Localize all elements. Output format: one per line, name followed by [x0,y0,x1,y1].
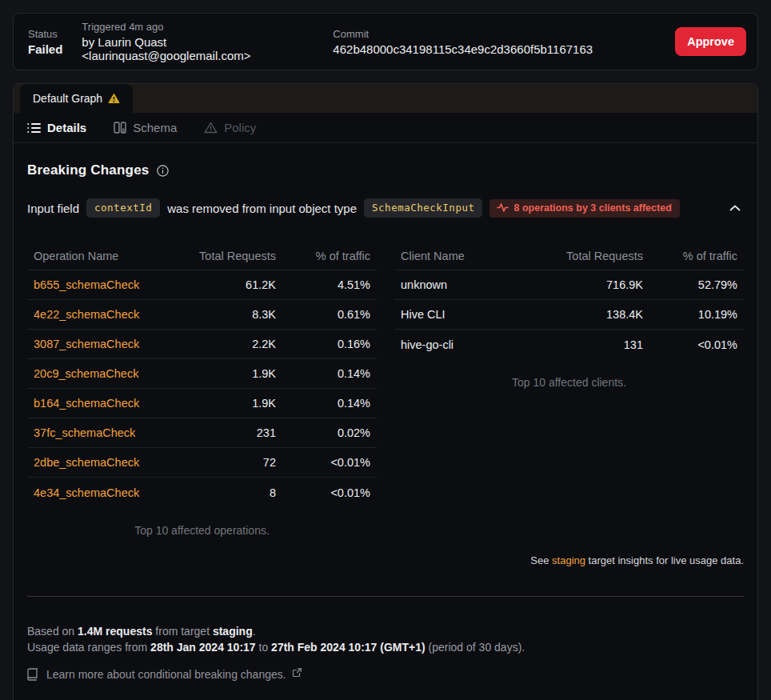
column-header-total-requests: Total Requests [176,250,276,262]
breaking-change-row[interactable]: Input field contextId was removed from i… [27,198,744,218]
change-text-middle: was removed from input object type [167,202,357,215]
footer-divider [27,596,744,597]
operations-table-caption: Top 10 affected operations. [27,524,377,537]
client-traffic-percent: 10.19% [643,308,737,321]
warning-outline-icon [204,122,218,134]
operation-name-link[interactable]: b164_schemaCheck [34,397,139,410]
table-row: 4e34_schemaCheck 8 <0.01% [27,478,377,507]
range-suffix-text: (period of 30 days). [425,641,525,654]
activity-pulse-icon [497,203,509,212]
client-traffic-percent: 52.79% [643,278,737,291]
operation-name-link[interactable]: 37fc_schemaCheck [34,426,135,439]
operation-name-link[interactable]: 4e22_schemaCheck [34,308,139,321]
check-subtabs: Details Schema Policy [14,113,757,143]
field-code-badge: contextId [86,198,160,218]
approve-button[interactable]: Approve [675,27,746,56]
operation-name-link[interactable]: 20c9_schemaCheck [34,367,138,380]
status-value: Failed [28,42,62,56]
operations-table-header: Operation Name Total Requests % of traff… [27,242,377,270]
tab-details[interactable]: Details [27,121,86,134]
info-circle-icon [157,165,169,177]
details-content: Breaking Changes Input field contextId w… [14,162,757,681]
client-total-requests: 131 [543,338,643,351]
operation-total-requests: 8 [176,486,276,499]
external-link-icon [293,668,302,677]
status-label: Status [28,28,62,40]
column-header-traffic: % of traffic [643,250,737,262]
operation-name-link[interactable]: 4e34_schemaCheck [34,486,139,499]
graph-tab-label: Default Graph [33,92,102,105]
triggered-column: Triggered 4m ago by Laurin Quast <laurin… [82,21,322,62]
change-text-prefix: Input field [27,202,79,215]
learn-more-link[interactable]: Learn more about conditional breaking ch… [27,668,744,681]
operation-traffic-percent: 4.51% [276,278,370,291]
commit-column: Commit 462b48000c34198115c34e9c2d3660f5b… [333,28,675,56]
from-target-text: from target [152,625,212,638]
chevron-up-icon[interactable] [729,205,741,211]
operation-total-requests: 1.9K [176,397,276,410]
operation-name-link[interactable]: 2dbe_schemaCheck [34,456,139,469]
operation-name-link[interactable]: b655_schemaCheck [34,278,139,291]
table-row: 37fc_schemaCheck 231 0.02% [27,418,377,448]
graph-tabstrip: Default Graph [14,84,757,113]
to-text: to [256,641,271,654]
tab-policy[interactable]: Policy [204,121,256,134]
operation-total-requests: 231 [176,426,276,439]
period-end-text: . [253,625,256,638]
schema-check-card: Default Graph Details [13,83,758,700]
range-start-date: 28th Jan 2024 10:17 [150,641,256,654]
client-name: hive-go-cli [401,338,543,351]
table-row: 4e22_schemaCheck 8.3K 0.61% [27,300,377,330]
status-column: Status Failed [28,28,62,56]
learn-more-label: Learn more about conditional breaking ch… [46,668,286,681]
operation-traffic-percent: 0.14% [276,367,370,380]
range-prefix-text: Usage data ranges from [27,641,150,654]
column-header-operation-name: Operation Name [34,250,176,262]
triggered-author: by Laurin Quast <laurinquast@googlemail.… [82,35,322,62]
insights-note-suffix: target insights for live usage data. [585,554,744,566]
client-total-requests: 138.4K [543,308,643,321]
tab-schema[interactable]: Schema [114,121,177,134]
insights-note: See staging target insights for live usa… [27,554,744,566]
operation-traffic-percent: 0.16% [276,338,370,350]
client-total-requests: 716.9K [543,278,643,291]
commit-hash: 462b48000c34198115c34e9c2d3660f5b1167163 [333,42,675,56]
affected-operations-badge[interactable]: 8 operations by 3 clients affected [489,199,679,218]
client-name: unknown [401,278,543,291]
usage-summary: Based on 1.4M requests from target stagi… [27,623,744,655]
list-icon [27,122,41,134]
tab-default-graph[interactable]: Default Graph [20,84,133,113]
based-on-text: Based on [27,625,78,638]
operation-total-requests: 72 [176,456,276,469]
operation-name-link[interactable]: 3087_schemaCheck [34,338,139,350]
operation-total-requests: 1.9K [176,367,276,380]
table-row: Hive CLI 138.4K 10.19% [394,300,744,330]
operation-total-requests: 61.2K [176,278,276,291]
clients-table: Client Name Total Requests % of traffic … [394,242,744,537]
operation-total-requests: 8.3K [176,308,276,321]
usage-summary-line2: Usage data ranges from 28th Jan 2024 10:… [27,639,744,655]
operations-table-body: b655_schemaCheck 61.2K 4.51% 4e22_schema… [27,270,377,507]
usage-summary-line1: Based on 1.4M requests from target stagi… [27,623,744,639]
table-row: b164_schemaCheck 1.9K 0.14% [27,389,377,418]
table-row: unknown 716.9K 52.79% [394,270,744,300]
schema-columns-icon [114,122,126,134]
tab-details-label: Details [47,121,86,134]
column-header-traffic: % of traffic [276,250,370,262]
staging-target-link[interactable]: staging [552,554,585,566]
operation-traffic-percent: 0.14% [276,397,370,410]
breaking-changes-title: Breaking Changes [27,162,149,178]
clients-table-body: unknown 716.9K 52.79% Hive CLI 138.4K 10… [394,270,744,359]
table-row: b655_schemaCheck 61.2K 4.51% [27,270,377,300]
warning-triangle-icon [108,93,120,104]
insights-note-prefix: See [530,554,552,566]
client-name: Hive CLI [401,308,543,321]
clients-table-header: Client Name Total Requests % of traffic [394,242,744,270]
usage-tables: Operation Name Total Requests % of traff… [27,242,744,537]
table-row: 20c9_schemaCheck 1.9K 0.14% [27,359,377,389]
table-row: 3087_schemaCheck 2.2K 0.16% [27,330,377,359]
operation-total-requests: 2.2K [176,338,276,350]
tab-schema-label: Schema [133,121,177,134]
tab-policy-label: Policy [224,121,256,134]
operations-table: Operation Name Total Requests % of traff… [27,242,377,537]
